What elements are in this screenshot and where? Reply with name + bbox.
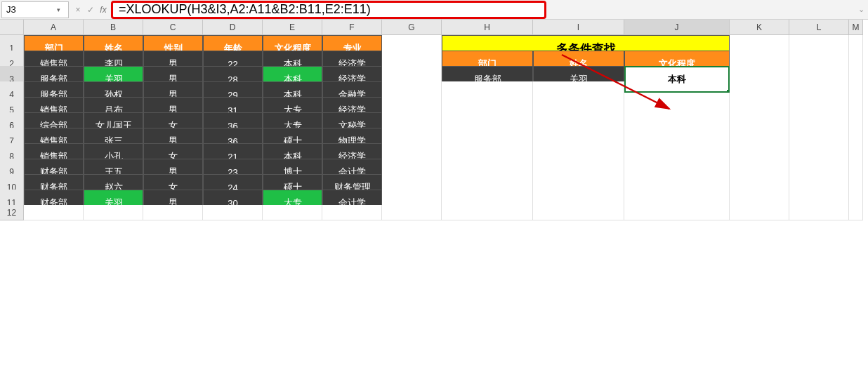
cell-D12[interactable] — [203, 205, 263, 220]
cell-F12[interactable] — [322, 205, 382, 220]
spreadsheet-grid[interactable]: ABCDEFGHIJKLM1部门姓名性别年龄文化程度专业多条件查找2销售部李四男… — [0, 20, 868, 220]
fx-icon[interactable]: fx — [97, 5, 110, 15]
name-box[interactable]: J3 ▾ — [1, 1, 69, 18]
formula-text: =XLOOKUP(H3&I3,A2:A11&B2:B11,E2:E11) — [119, 2, 371, 17]
col-header-B[interactable]: B — [84, 20, 143, 35]
col-header-A[interactable]: A — [24, 20, 84, 35]
name-box-value: J3 — [6, 4, 16, 15]
col-header-C[interactable]: C — [143, 20, 203, 35]
col-header-K[interactable]: K — [730, 20, 789, 35]
row-header-12[interactable]: 12 — [0, 205, 24, 220]
cell-C12[interactable] — [143, 205, 203, 220]
col-header-D[interactable]: D — [203, 20, 263, 35]
cell-H12[interactable] — [442, 205, 533, 220]
cell-J12[interactable] — [624, 205, 730, 220]
select-all-corner[interactable] — [0, 20, 24, 35]
col-header-M[interactable]: M — [849, 20, 863, 35]
formula-bar[interactable]: =XLOOKUP(H3&I3,A2:A11&B2:B11,E2:E11) — [111, 1, 546, 19]
cell-K12[interactable] — [730, 205, 789, 220]
formula-expand-icon[interactable]: ⌄ — [854, 5, 868, 14]
cell-M12[interactable] — [849, 205, 863, 220]
col-header-E[interactable]: E — [263, 20, 322, 35]
formula-bar-container: =XLOOKUP(H3&I3,A2:A11&B2:B11,E2:E11) ⌄ — [111, 0, 868, 19]
col-header-G[interactable]: G — [382, 20, 442, 35]
col-header-H[interactable]: H — [442, 20, 533, 35]
cancel-icon[interactable]: × — [72, 5, 84, 15]
col-header-F[interactable]: F — [322, 20, 382, 35]
cell-B12[interactable] — [84, 205, 143, 220]
cell-G12[interactable] — [382, 205, 442, 220]
accept-icon[interactable]: ✓ — [84, 5, 97, 15]
lookup-result-cell[interactable]: 本科 — [624, 66, 730, 93]
cell-L12[interactable] — [789, 205, 849, 220]
formula-row: J3 ▾ × ✓ fx =XLOOKUP(H3&I3,A2:A11&B2:B11… — [0, 0, 868, 20]
col-header-L[interactable]: L — [789, 20, 849, 35]
name-box-dropdown-icon[interactable]: ▾ — [57, 6, 64, 13]
cell-A12[interactable] — [24, 205, 84, 220]
col-header-I[interactable]: I — [533, 20, 624, 35]
cell-E12[interactable] — [263, 205, 322, 220]
col-header-J[interactable]: J — [624, 20, 730, 35]
cell-I12[interactable] — [533, 205, 624, 220]
